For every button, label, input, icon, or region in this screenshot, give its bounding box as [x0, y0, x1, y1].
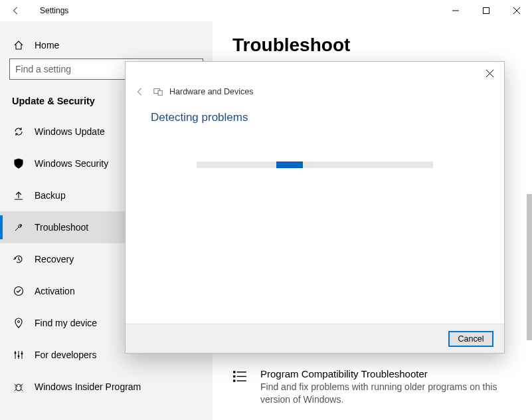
sidebar-home[interactable]: Home — [0, 35, 213, 58]
svg-rect-18 — [233, 375, 235, 377]
sidebar-item-label: Activation — [35, 286, 75, 296]
svg-rect-19 — [233, 379, 235, 381]
wrench-icon — [12, 222, 25, 233]
troubleshooter-dialog: Hardware and Devices Detecting problems … — [125, 61, 505, 354]
location-icon — [12, 318, 25, 328]
cancel-button[interactable]: Cancel — [448, 331, 493, 347]
shield-icon — [12, 158, 25, 169]
sidebar-item-label: Windows Update — [35, 126, 105, 137]
sidebar-item-label: Recovery — [35, 254, 74, 264]
maximize-button[interactable] — [471, 0, 501, 21]
page-title: Troubleshoot — [232, 35, 505, 56]
svg-point-13 — [21, 353, 23, 355]
upload-icon — [12, 190, 25, 201]
scrollbar[interactable] — [527, 194, 532, 340]
close-button[interactable] — [501, 0, 532, 21]
dialog-status: Detecting problems — [126, 96, 504, 124]
dialog-close-button[interactable] — [475, 63, 504, 83]
svg-rect-26 — [158, 90, 162, 95]
troubleshooter-item[interactable]: Program Compatibility Troubleshooter Fin… — [232, 362, 505, 413]
check-circle-icon — [12, 286, 25, 296]
history-icon — [12, 254, 25, 264]
sidebar-item-label: Troubleshoot — [35, 222, 88, 233]
svg-point-11 — [15, 352, 17, 354]
list-icon — [232, 368, 248, 406]
sidebar-item-label: Find my device — [35, 318, 97, 328]
dialog-title: Hardware and Devices — [169, 87, 253, 96]
sidebar-item-label: Windows Insider Program — [35, 381, 141, 392]
sidebar-item-label: Backup — [35, 190, 66, 201]
home-icon — [12, 40, 25, 51]
minimize-button[interactable] — [440, 0, 471, 21]
progress-chunk — [276, 161, 303, 168]
dialog-back-button[interactable] — [133, 87, 147, 96]
troubleshooter-title: Program Compatibility Troubleshooter — [260, 368, 499, 379]
sidebar-item-label: For developers — [35, 350, 96, 360]
sliders-icon — [12, 350, 25, 360]
sync-icon — [12, 126, 25, 137]
svg-point-7 — [18, 321, 20, 323]
titlebar: Settings — [0, 0, 532, 21]
window-title: Settings — [40, 6, 68, 15]
svg-point-16 — [19, 385, 21, 387]
svg-point-14 — [16, 384, 21, 391]
sidebar-item-label: Windows Security — [35, 158, 108, 169]
svg-point-12 — [18, 356, 20, 358]
svg-point-6 — [15, 287, 23, 296]
troubleshooter-desc: Find and fix problems with running older… — [260, 381, 499, 406]
svg-rect-17 — [233, 371, 235, 373]
sidebar-item-windows-insider[interactable]: Windows Insider Program — [0, 371, 213, 403]
progress-bar — [197, 161, 433, 168]
svg-rect-1 — [484, 8, 489, 14]
back-button[interactable] — [0, 0, 32, 21]
sidebar-home-label: Home — [35, 40, 59, 51]
svg-point-15 — [17, 385, 18, 387]
bug-icon — [12, 381, 25, 392]
devices-icon — [153, 87, 163, 96]
